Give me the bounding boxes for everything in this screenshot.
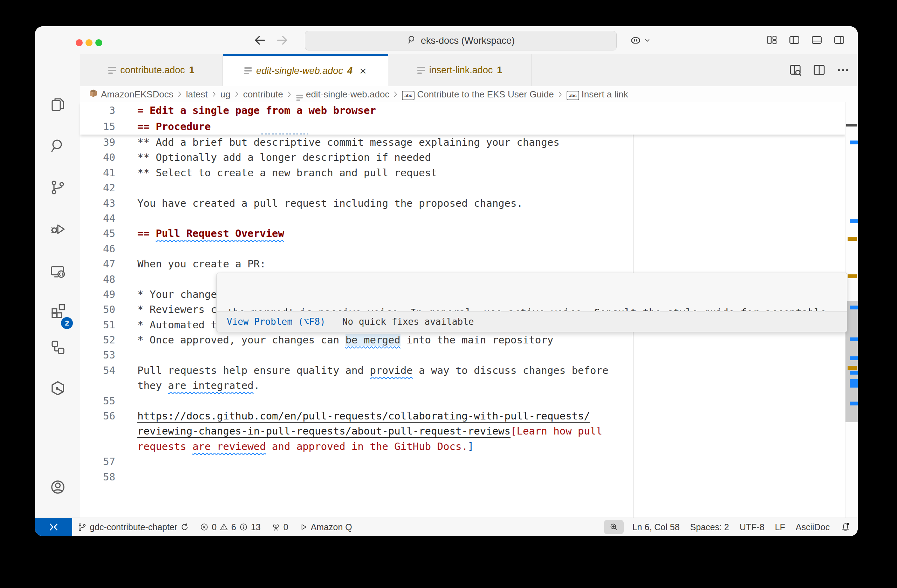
overview-info-marker <box>850 306 858 309</box>
code-editor[interactable]: 39** Add a brief but descriptive commit … <box>80 102 858 518</box>
tab-contribute-adoc[interactable]: contribute.adoc 1 <box>80 54 223 86</box>
code-line[interactable]: 58 <box>80 470 858 485</box>
sticky-scroll[interactable]: 3= Edit a single page from a web browser… <box>80 102 845 135</box>
explorer-icon[interactable] <box>49 96 66 113</box>
copilot-menu[interactable] <box>629 34 651 48</box>
code-line[interactable]: 42 <box>80 181 858 196</box>
code-text: ** Optionally add a longer description i… <box>137 150 431 165</box>
breadcrumb-separator-icon <box>233 90 241 98</box>
breadcrumb-item[interactable]: AmazonEKSDocs <box>88 88 173 101</box>
encoding-item[interactable]: UTF-8 <box>735 518 770 536</box>
code-line[interactable]: 55 <box>80 394 858 409</box>
close-window-button[interactable] <box>76 39 83 46</box>
open-preview-icon[interactable] <box>788 63 802 78</box>
bell-icon <box>840 522 851 532</box>
code-line[interactable]: 39** Add a brief but descriptive commit … <box>80 135 858 150</box>
language-mode-item[interactable]: AsciiDoc <box>790 518 835 536</box>
broadcast-tower-icon <box>271 522 281 532</box>
code-line[interactable]: requests are reviewed and approved in th… <box>80 439 858 454</box>
view-problem-button[interactable]: View Problem (⌥F8) <box>227 316 326 327</box>
breadcrumb-item[interactable]: ug <box>220 89 231 100</box>
code-line[interactable]: they are integrated. <box>80 378 858 393</box>
code-text: * Once approved, your changes can be mer… <box>137 332 553 348</box>
tab-insert-link-adoc[interactable]: insert-link.adoc 1 <box>388 54 531 86</box>
breadcrumb-item[interactable]: latest <box>186 89 208 100</box>
git-branch-item[interactable]: gdc-contribute-chapter <box>72 518 194 536</box>
customize-layout-icon[interactable] <box>766 34 778 46</box>
close-tab-icon[interactable]: × <box>360 66 366 76</box>
code-line[interactable]: 46 <box>80 242 858 257</box>
line-number: 48 <box>80 272 115 287</box>
problems-item[interactable]: 0 6 13 <box>194 518 266 536</box>
code-line[interactable]: 41** Select to create a new branch and p… <box>80 165 858 181</box>
breadcrumb-item[interactable]: abcContribute to the EKS User Guide <box>402 89 554 100</box>
code-line[interactable]: 56https://docs.github.com/en/pull-reques… <box>80 409 858 424</box>
line-number: 53 <box>80 348 115 363</box>
command-center-search[interactable]: eks-docs (Workspace) <box>305 31 617 51</box>
line-number: 57 <box>80 454 115 469</box>
toggle-secondary-sidebar-icon[interactable] <box>833 34 845 46</box>
branch-icon <box>77 522 87 532</box>
navigate-back-button[interactable] <box>253 33 266 47</box>
code-line[interactable]: reviewing-changes-in-pull-requests/about… <box>80 424 858 439</box>
vscode-window: eks-docs (Workspace) <box>35 26 858 536</box>
accounts-icon[interactable] <box>49 479 66 496</box>
overview-warning-marker <box>848 274 857 278</box>
breadcrumb-separator-icon <box>176 90 184 98</box>
breadcrumb-label: Insert a link <box>582 89 628 100</box>
code-text: When you create a PR: <box>137 257 266 272</box>
tab-edit-single-web-adoc[interactable]: edit-single-web.adoc 4 × <box>223 54 388 86</box>
toggle-panel-icon[interactable] <box>811 34 823 46</box>
amazon-q-item[interactable]: Amazon Q <box>294 518 357 536</box>
breadcrumb-separator-icon <box>391 90 400 98</box>
ports-item[interactable]: 0 <box>266 518 294 536</box>
source-control-icon[interactable] <box>49 179 66 196</box>
navigate-forward-button[interactable] <box>276 33 289 47</box>
code-line[interactable]: 43You have created a pull request includ… <box>80 196 858 211</box>
search-icon[interactable] <box>49 137 66 154</box>
zoom-in-icon <box>609 522 619 532</box>
code-line[interactable]: 54Pull requests help ensure quality and … <box>80 363 858 378</box>
overview-warning-marker <box>848 366 857 370</box>
code-line[interactable]: 3= Edit a single page from a web browser <box>80 102 845 118</box>
tab-label: insert-link.adoc <box>429 65 493 76</box>
toggle-primary-sidebar-icon[interactable] <box>788 34 800 46</box>
amazon-q-icon[interactable] <box>49 380 66 397</box>
line-number: 46 <box>80 242 115 257</box>
breadcrumb-label: latest <box>186 89 208 100</box>
breadcrumb-separator-icon <box>210 90 218 98</box>
breadcrumb-item[interactable]: abcInsert a link <box>566 89 628 100</box>
remote-explorer-icon[interactable] <box>49 263 66 280</box>
split-editor-icon[interactable] <box>812 63 826 78</box>
breadcrumb-item[interactable]: edit-single-web.adoc <box>296 87 389 101</box>
code-line[interactable]: 40** Optionally add a longer description… <box>80 150 858 165</box>
indentation-item[interactable]: Spaces: 2 <box>685 518 735 536</box>
notifications-bell[interactable] <box>835 518 852 536</box>
occluded-squiggle <box>262 133 308 135</box>
code-line[interactable]: 45== Pull Request Overview <box>80 226 858 241</box>
extensions-icon[interactable] <box>49 302 66 319</box>
code-line[interactable]: 57 <box>80 454 858 469</box>
breadcrumb-item[interactable]: contribute <box>243 89 283 100</box>
package-icon <box>88 88 98 101</box>
problem-hover-tooltip: 'be merged' is passive voice. In general… <box>217 273 847 332</box>
minimize-window-button[interactable] <box>86 39 92 46</box>
code-line[interactable]: 44 <box>80 211 858 226</box>
info-count: 13 <box>251 522 261 532</box>
tab-problem-badge: 4 <box>347 66 352 77</box>
dependencies-icon[interactable] <box>49 339 66 356</box>
code-line[interactable]: 15== Procedure <box>80 118 845 135</box>
maximize-window-button[interactable] <box>95 39 102 46</box>
code-line[interactable]: 52* Once approved, your changes can be m… <box>80 332 858 348</box>
code-line[interactable]: 53 <box>80 348 858 363</box>
remote-indicator-button[interactable] <box>35 518 72 536</box>
tab-problem-badge: 1 <box>497 65 502 76</box>
more-actions-icon[interactable] <box>836 63 850 78</box>
cursor-position-item[interactable]: Ln 6, Col 58 <box>627 518 685 536</box>
run-debug-icon[interactable] <box>49 221 66 237</box>
adoc-file-icon <box>108 67 116 74</box>
code-line[interactable]: 47When you create a PR: <box>80 257 858 272</box>
zoom-indicator-button[interactable] <box>604 520 624 534</box>
line-number: 3 <box>80 102 115 118</box>
eol-item[interactable]: LF <box>770 518 790 536</box>
